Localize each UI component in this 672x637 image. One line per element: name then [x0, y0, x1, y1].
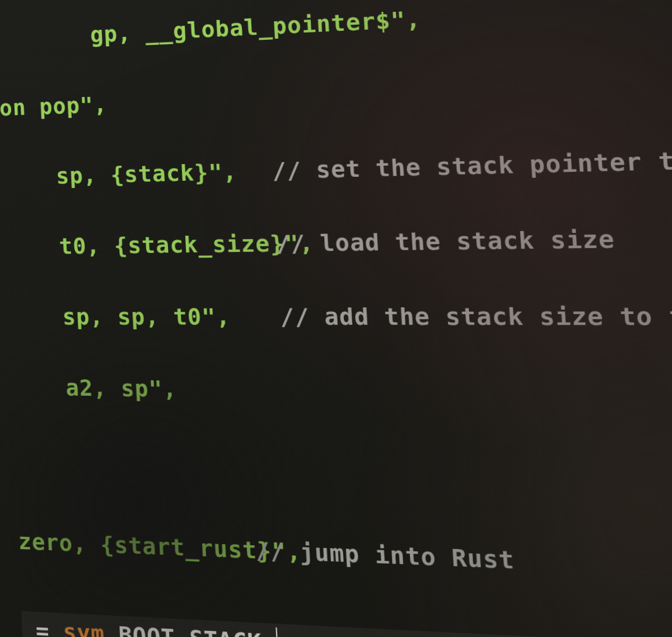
code-line[interactable]: gp, __global_pointer$",: [0, 0, 672, 63]
asm-string: a2, sp",: [11, 374, 178, 402]
asm-string: t0, {stack_size}",: [5, 230, 277, 260]
comment: // set the stack pointer to the bottom: [272, 142, 672, 184]
text: =: [22, 616, 64, 637]
code-editor-viewport[interactable]: gp, __global_pointer$", on pop", sp, {st…: [0, 0, 672, 637]
asm-string: gp, __global_pointer$",: [0, 6, 422, 52]
code-line[interactable]: sp, {stack}", // set the stack pointer t…: [2, 140, 672, 201]
asm-string: sp, {stack}",: [2, 158, 273, 190]
comment: // jump into Rust: [255, 537, 515, 574]
code-line-current[interactable]: = sym BOOT_STACK,: [21, 611, 672, 637]
comment: // load the stack size: [276, 226, 615, 257]
identifier: BOOT_STACK,: [104, 621, 278, 637]
asm-string: zero, {start_rust}",: [18, 528, 256, 564]
asm-string: sp, sp, t0",: [8, 303, 281, 330]
comment: // add the stack size to the stack poi: [279, 302, 672, 331]
text-cursor: [276, 627, 279, 637]
code-line[interactable]: sp, sp, t0", // add the stack size to th…: [8, 302, 672, 344]
code-line[interactable]: zero, {start_rust}", // jump into Rust: [18, 528, 672, 606]
asm-string: on pop",: [0, 91, 108, 121]
keyword-sym: sym: [63, 619, 105, 637]
code-line[interactable]: on pop",: [0, 60, 672, 132]
code-line[interactable]: t0, {stack_size}", // load the stack siz…: [5, 221, 672, 271]
code-line[interactable]: a2, sp",: [11, 374, 672, 426]
